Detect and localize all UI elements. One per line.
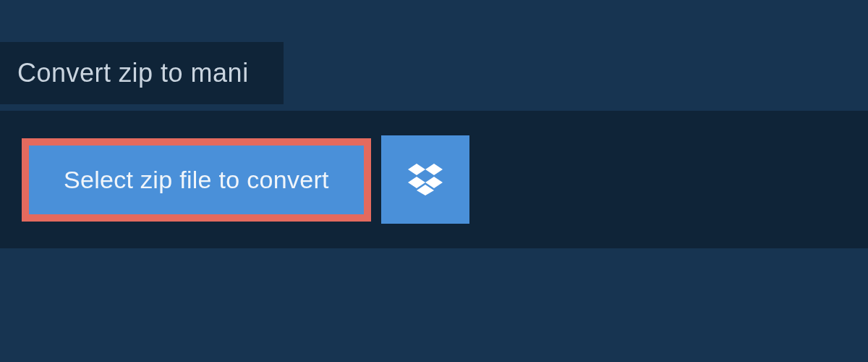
page-title: Convert zip to mani [17,58,249,88]
title-tab: Convert zip to mani [0,42,284,104]
dropbox-icon [408,164,443,195]
dropbox-button[interactable] [381,135,469,224]
select-file-button[interactable]: Select zip file to convert [22,138,371,222]
upload-panel: Select zip file to convert [0,111,868,248]
